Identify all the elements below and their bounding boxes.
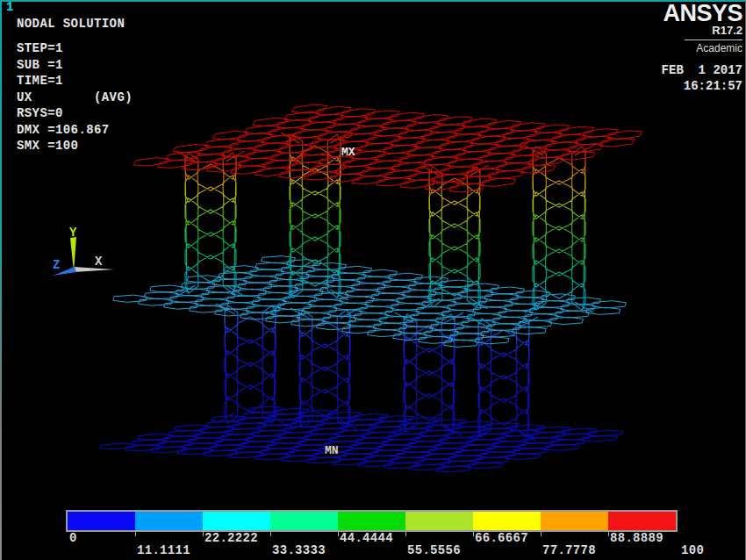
legend-tick <box>135 532 136 536</box>
triad-y-label: Y <box>69 226 77 240</box>
triad-z-label: Z <box>53 258 60 272</box>
legend-color-segment <box>473 512 541 530</box>
min-node-label: MN <box>325 444 339 457</box>
legend-color-segment <box>135 512 203 530</box>
upper-nanotube-1 <box>176 151 245 296</box>
info-line: SMX =100 <box>17 138 133 154</box>
triad-x-label: X <box>95 255 103 269</box>
solution-info-panel: STEP=1SUB =1TIME=1UX (AVG)RSYS=0DMX =106… <box>17 40 133 154</box>
legend-tick <box>608 532 609 536</box>
info-line: STEP=1 <box>17 40 133 57</box>
triad-y-axis <box>70 237 76 271</box>
ansys-graphics-window: Y X Z MX MN 1 NODAL SOLUTION STEP=1SUB =… <box>0 0 746 560</box>
contour-legend-bar <box>66 510 678 532</box>
legend-color-segment <box>541 512 608 530</box>
brand-divider <box>685 39 742 40</box>
legend-color-segment <box>338 512 405 530</box>
legend-color-segment <box>608 512 676 530</box>
pillared-graphene-model <box>100 104 642 472</box>
plot-window-number: 1 <box>6 0 13 14</box>
plot-date: FEB 1 2017 <box>662 62 742 78</box>
legend-color-segment <box>405 512 473 530</box>
max-node-label: MX <box>341 146 355 159</box>
window-frame-top <box>0 0 746 2</box>
upper-nanotube-2 <box>281 133 349 300</box>
legend-tick-label: 22.2222 <box>204 531 258 545</box>
info-line: UX (AVG) <box>17 90 133 106</box>
legend-color-segment <box>270 512 338 530</box>
legend-color-segment <box>203 512 270 530</box>
coordinate-triad: Y X Z <box>53 226 114 276</box>
license-edition: Academic <box>662 43 742 54</box>
lower-nanotube-1 <box>216 304 284 423</box>
legend-tick <box>405 532 406 536</box>
legend-tick-label: 100 <box>681 543 704 557</box>
info-line: DMX =106.867 <box>17 122 133 139</box>
legend-color-segment <box>68 512 135 530</box>
legend-tick <box>541 532 542 536</box>
bottom-graphene-sheet <box>100 406 624 472</box>
legend-tick <box>270 532 271 536</box>
legend-tick <box>473 532 474 536</box>
solution-title: NODAL SOLUTION <box>17 17 125 31</box>
legend-tick <box>203 532 204 536</box>
brand-block: ANSYS R17.2 Academic FEB 1 2017 16:21:57 <box>662 3 742 94</box>
plot-time: 16:21:57 <box>662 78 742 94</box>
window-frame-left <box>0 0 2 560</box>
legend-tick-label: 77.7778 <box>542 543 596 557</box>
top-graphene-sheet <box>133 104 642 192</box>
info-line: SUB =1 <box>17 57 133 74</box>
lower-nanotube-2 <box>291 308 359 430</box>
legend-tick-label: 33.3333 <box>272 543 326 557</box>
legend-tick-label: 88.8889 <box>610 531 664 545</box>
info-line: TIME=1 <box>17 73 133 90</box>
legend-tick-label: 11.1111 <box>137 543 190 557</box>
legend-tick-label: 0 <box>69 531 77 545</box>
info-line: RSYS=0 <box>17 105 133 122</box>
upper-nanotube-4 <box>524 145 595 312</box>
legend-tick <box>338 532 339 536</box>
legend-tick-label: 55.5556 <box>407 543 461 557</box>
legend-tick-label: 66.6667 <box>475 531 528 545</box>
triad-x-axis <box>74 267 114 272</box>
legend-tick-label: 44.4444 <box>340 531 393 545</box>
ansys-logo: ANSYS <box>662 3 742 24</box>
